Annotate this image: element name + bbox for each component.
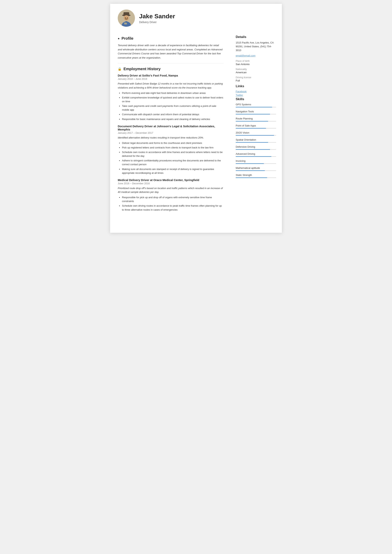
skill-bar-fill	[236, 142, 268, 143]
skill-bar-bg	[236, 156, 276, 157]
profile-heading: ● Profile	[118, 36, 224, 41]
job-summary-1: Presented with Safest Driver Badge 12 mo…	[118, 82, 224, 90]
job-dates-1: January 2018 – June 2019	[118, 77, 224, 80]
job-entry-2: Document Delivery Driver at Johnson's Le…	[118, 125, 224, 175]
skill-spatial-orientation: Spatial Orientation	[236, 138, 276, 143]
job-title-1: Delivery Driver at Solito's Fast Food, N…	[118, 74, 224, 77]
job-dates-3: June 2016 – December 2016	[118, 182, 224, 185]
left-column: ● Profile Tenured delivery driver with o…	[110, 31, 230, 233]
skill-bar-bg	[236, 163, 276, 164]
skill-bar-fill	[236, 107, 272, 107]
skill-bar-fill	[236, 128, 266, 129]
svg-point-4	[125, 17, 126, 18]
skill-bar-bg	[236, 135, 276, 136]
skill-name: Point of Sale Apps	[236, 124, 276, 127]
skill-bar-fill	[236, 135, 274, 136]
header-info: Jake Sander Delivery Driver	[139, 13, 175, 24]
job-bullets-2: Deliver legal documents and forms to the…	[118, 141, 224, 175]
svg-rect-2	[124, 12, 129, 16]
job-bullets-3: Responsible for pick up and drop off of …	[118, 195, 224, 212]
skill-bar-fill	[236, 156, 271, 157]
job-title-3: Medical Delivery Driver at Oraco Medical…	[118, 178, 224, 182]
employment-heading: 🔒 Employment History	[118, 67, 224, 71]
details-heading: Details	[236, 35, 276, 39]
job-entry-3: Medical Delivery Driver at Oraco Medical…	[118, 178, 224, 212]
svg-point-5	[127, 17, 128, 18]
skill-name: Static Strength	[236, 173, 276, 176]
skill-vision: 20/20 Vision	[236, 131, 276, 136]
svg-point-3	[124, 15, 129, 21]
bullet-item: Exhibit comprehensive knowledge of quick…	[122, 96, 224, 104]
bullet-item: Schedule own driving routes in accordanc…	[122, 204, 224, 212]
profile-text: Tenured delivery driver with over a deca…	[118, 43, 224, 60]
skill-bar-bg	[236, 177, 276, 178]
skill-name: Invoicing	[236, 159, 276, 162]
skill-bar-bg	[236, 170, 276, 171]
candidate-name: Jake Sander	[139, 13, 175, 20]
links-heading: Links	[236, 84, 276, 88]
links-section: Links Facebook Twitter	[236, 84, 276, 97]
candidate-title: Delivery Driver	[139, 21, 175, 24]
bullet-item: Responsible for pick up and drop off of …	[122, 195, 224, 203]
nationality-label: Nationality	[236, 68, 276, 71]
detail-address: 1515 Pacific Ave, Los Angeles, CA 90291,…	[236, 41, 276, 52]
pob-value: San Antonio	[236, 63, 276, 66]
bullet-item: Deliver legal documents and forms to the…	[122, 141, 224, 145]
profile-icon: ●	[118, 37, 120, 40]
header-section: Jake Sander Delivery Driver	[110, 4, 282, 31]
skill-bar-fill	[236, 114, 270, 114]
skill-name: Route Planning	[236, 117, 276, 120]
avatar	[118, 10, 135, 27]
bullet-item: Making sure all documents are stamped or…	[122, 167, 224, 175]
right-column: Details 1515 Pacific Ave, Los Angeles, C…	[230, 31, 282, 233]
skill-bar-fill	[236, 170, 265, 171]
main-content: ● Profile Tenured delivery driver with o…	[110, 31, 282, 233]
skill-bar-bg	[236, 128, 276, 129]
link-facebook[interactable]: Facebook	[236, 90, 276, 93]
pob-label: Place of birth	[236, 60, 276, 62]
skill-bar-bg	[236, 142, 276, 143]
skill-name: Mathematical aptitude	[236, 166, 276, 169]
resume-container: Jake Sander Delivery Driver ● Profile Te…	[110, 4, 282, 233]
job-entry-1: Delivery Driver at Solito's Fast Food, N…	[118, 74, 224, 121]
skill-advanced-driving: Advanced Driving	[236, 152, 276, 157]
skill-defensive-driving: Defensive Driving	[236, 145, 276, 150]
skill-route-planning: Route Planning	[236, 117, 276, 122]
skill-name: GPS Systems	[236, 103, 276, 106]
skill-navigation-tools: Navigation Tools	[236, 110, 276, 114]
skills-section: Skills GPS Systems Navigation Tools Rout…	[236, 97, 276, 178]
skill-name: 20/20 Vision	[236, 131, 276, 134]
job-title-2: Document Delivery Driver at Johnson's Le…	[118, 125, 224, 131]
skill-name: Navigation Tools	[236, 110, 276, 113]
job-bullets-1: Perform evening and late-night fast food…	[118, 91, 224, 121]
link-twitter[interactable]: Twitter	[236, 94, 276, 97]
bullet-item: Responsible for basic maintenance and re…	[122, 117, 224, 121]
bullet-item: Communicate with dispatch center and inf…	[122, 112, 224, 116]
bullet-item: Perform evening and late-night fast food…	[122, 91, 224, 95]
detail-email[interactable]: email@email.com	[236, 54, 276, 57]
skill-name: Spatial Orientation	[236, 138, 276, 141]
details-section: Details 1515 Pacific Ave, Los Angeles, C…	[236, 35, 276, 82]
job-summary-2: Identified alternative delivery routes r…	[118, 136, 224, 140]
skills-heading: Skills	[236, 97, 276, 101]
bullet-item: Schedule own routes in accordance with t…	[122, 150, 224, 158]
skill-math-aptitude: Mathematical aptitude	[236, 166, 276, 171]
skill-point-of-sale: Point of Sale Apps	[236, 124, 276, 129]
skill-bar-bg	[236, 121, 276, 122]
skill-bar-fill	[236, 149, 270, 150]
skill-name: Advanced Driving	[236, 152, 276, 155]
employment-icon: 🔒	[118, 67, 122, 71]
profile-section: ● Profile Tenured delivery driver with o…	[118, 36, 224, 60]
skill-gps-systems: GPS Systems	[236, 103, 276, 107]
skill-name: Defensive Driving	[236, 145, 276, 148]
job-dates-2: January 2017 – December 2017	[118, 132, 224, 134]
bullet-item: Adhere to stringent confidentiality proc…	[122, 159, 224, 166]
skill-bar-bg	[236, 114, 276, 114]
skill-bar-bg	[236, 107, 276, 107]
bullet-item: Take cash payments and credit card payme…	[122, 104, 224, 112]
svg-rect-6	[124, 22, 127, 24]
driving-license-value: Full	[236, 79, 276, 82]
job-summary-3: Prioritized route drop off's based on lo…	[118, 186, 224, 194]
skill-bar-fill	[236, 177, 267, 178]
nationality-value: American	[236, 71, 276, 74]
